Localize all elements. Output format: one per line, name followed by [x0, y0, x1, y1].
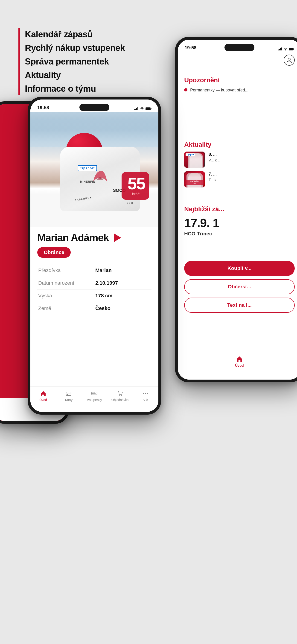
svg-rect-21 — [280, 48, 281, 50]
news-subtitle-1: V... k... — [208, 158, 295, 162]
home-icon — [40, 390, 46, 397]
order-icon — [117, 390, 123, 397]
phone-screen-middle: 19:58 — [30, 100, 158, 412]
svg-rect-25 — [294, 48, 294, 50]
player-info-section: Marian Adámek Obránce Přezdívka Marian — [30, 227, 158, 315]
news-subtitle-2: T... k... — [208, 178, 295, 182]
ccm-badge: CCM — [127, 202, 133, 204]
phone-middle: 19:58 — [28, 97, 161, 414]
text-button[interactable]: Text na l... — [184, 298, 295, 313]
svg-rect-8 — [66, 394, 68, 395]
stat-value-height: 178 cm — [94, 290, 152, 302]
news-text-2: 7. ... T... k... — [208, 171, 295, 182]
warning-section: Upozornění Permanentky — kupovat před... — [178, 76, 297, 96]
svg-rect-7 — [66, 392, 71, 396]
news-thumb-2: MARINČIN53 — [184, 171, 205, 188]
feature-items: Kalendář zápasů Rychlý nákup vstupenek S… — [18, 28, 125, 95]
feature-item-1: Kalendář zápasů — [25, 28, 125, 41]
bottom-nav-middle: Úvod Karty — [30, 386, 158, 412]
svg-rect-19 — [278, 50, 279, 50]
svg-rect-2 — [136, 108, 137, 110]
feature-list: Kalendář zápasů Rychlý nákup vstupenek S… — [18, 28, 125, 95]
nav-label-more: Víc — [143, 398, 148, 402]
refreshments-button[interactable]: Občerst... — [184, 279, 295, 294]
match-section: Nejbližší zá... 17.9. 1 HCO Třinec — [178, 206, 297, 237]
svg-point-14 — [119, 395, 120, 396]
nav-label-home: Úvod — [39, 398, 47, 402]
hero-section: Tipsport MINERFIN SMOO JABLUNSK — [30, 112, 158, 230]
feature-item-4: Aktuality — [25, 68, 125, 82]
stat-row-country: Země Česko — [37, 302, 152, 315]
stat-value-country: Česko — [94, 302, 152, 315]
nav-item-tickets[interactable]: Vstupenky — [82, 390, 107, 402]
nav-label-tickets: Vstupenky — [87, 398, 102, 402]
bottom-nav-right: Úvod — [178, 352, 297, 380]
phone-screen-right: 19:58 — [178, 40, 297, 380]
warning-dot — [184, 88, 188, 92]
profile-button[interactable] — [284, 54, 295, 66]
news-text-1: 8. ... V... k... — [208, 152, 295, 162]
feature-item-5: Informace o týmu — [25, 82, 125, 96]
match-date: 17.9. 1 — [184, 216, 295, 230]
play-triangle-icon — [114, 234, 121, 242]
dragon-logo — [89, 168, 112, 184]
action-buttons: Koupit v... Občerst... Text na l... — [178, 261, 297, 313]
notch-right — [224, 44, 254, 51]
signal-icon — [134, 107, 138, 110]
match-team: HCO Třinec — [184, 231, 295, 237]
svg-point-17 — [145, 393, 146, 394]
svg-point-10 — [92, 393, 94, 394]
nav-item-home-right[interactable]: Úvod — [230, 356, 248, 367]
news-item-2[interactable]: MARINČIN53 7. ... T... k... — [184, 171, 295, 188]
tickets-icon — [91, 390, 98, 397]
svg-rect-22 — [281, 48, 282, 50]
middle-screen-content: 19:58 — [30, 100, 158, 412]
more-icon — [142, 390, 149, 397]
jablunsk-badge: JABLUNSK — [74, 196, 92, 202]
stat-value-birthdate: 2.10.1997 — [94, 277, 152, 290]
stat-label-nickname: Přezdívka — [37, 264, 94, 277]
phone-right: 19:58 — [175, 37, 297, 382]
play-button[interactable] — [112, 233, 123, 243]
accent-bar — [18, 28, 20, 95]
nav-item-home[interactable]: Úvod — [30, 390, 56, 402]
notch — [80, 104, 109, 111]
signal-icon-r — [278, 48, 282, 50]
user-icon — [286, 57, 292, 63]
cards-icon — [66, 390, 72, 397]
news-item-1[interactable]: Tipsport 8. ... V... k... — [184, 152, 295, 168]
svg-point-16 — [143, 393, 144, 394]
stat-label-country: Země — [37, 302, 94, 315]
status-time-right: 19:58 — [185, 45, 196, 50]
home-nav-icon — [40, 390, 47, 397]
status-icons-right — [278, 48, 294, 50]
profile-icon-area — [284, 54, 295, 66]
tickets-nav-icon — [91, 390, 98, 397]
news-title-2: 7. ... — [208, 171, 295, 177]
warning-text-1: Permanentky — kupovat před... — [190, 87, 248, 93]
svg-rect-24 — [289, 48, 293, 50]
news-title: Aktuality — [184, 141, 295, 148]
order-nav-icon — [116, 390, 124, 397]
svg-point-18 — [147, 393, 148, 394]
buy-tickets-button[interactable]: Koupit v... — [184, 261, 295, 276]
home-icon-right — [236, 356, 243, 362]
svg-rect-20 — [279, 49, 280, 50]
feature-item-3: Správa permanentek — [25, 55, 125, 68]
next-match-title: Nejbližší zá... — [184, 206, 295, 213]
player-name: Marian Adámek — [37, 232, 109, 244]
nav-label-cards: Karty — [65, 398, 72, 402]
cards-nav-icon — [66, 390, 72, 397]
news-thumb-1: Tipsport — [184, 152, 205, 168]
more-nav-icon — [142, 390, 149, 397]
player-name-row: Marian Adámek — [37, 232, 152, 244]
svg-rect-6 — [151, 108, 152, 110]
stat-value-nickname: Marian — [94, 264, 152, 277]
nav-item-cards[interactable]: Karty — [56, 390, 82, 402]
nav-item-more[interactable]: Víc — [133, 390, 158, 402]
battery-icon — [146, 107, 152, 110]
nav-item-order[interactable]: Objednávka — [107, 390, 133, 402]
stat-row-birthdate: Datum narození 2.10.1997 — [37, 277, 152, 290]
warning-title: Upozornění — [184, 76, 295, 84]
player-body: Tipsport MINERFIN SMOO JABLUNSK — [37, 133, 152, 225]
